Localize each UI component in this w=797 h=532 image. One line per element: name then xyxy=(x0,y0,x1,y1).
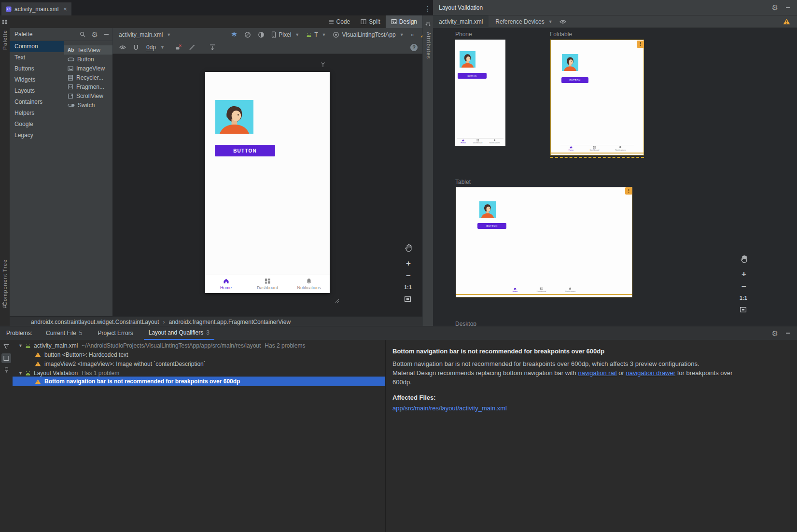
attributes-stripe-icon[interactable] xyxy=(425,21,433,27)
toolbar-overflow-icon[interactable]: » xyxy=(411,31,414,38)
more-options-icon[interactable]: ⋮ xyxy=(424,5,431,13)
material-button[interactable]: BUTTON xyxy=(215,145,275,156)
editor-tab[interactable]: activity_main.xml × xyxy=(1,2,71,15)
pan-hand-icon[interactable] xyxy=(405,244,413,252)
layers-icon[interactable] xyxy=(231,32,238,38)
component-tree-stripe-icon[interactable] xyxy=(2,303,7,308)
view-options-icon[interactable] xyxy=(119,45,126,50)
tree-row-content-description[interactable]: imageView2 <ImageView>: Image without `c… xyxy=(13,359,385,368)
tree-row-file[interactable]: ▼ activity_main.xml ~/AndroidStudioProje… xyxy=(13,341,385,350)
phone-preview-canvas[interactable]: BUTTON Home Dashboard Notifications xyxy=(205,72,330,293)
preview-pane-toggle-icon[interactable] xyxy=(1,353,11,363)
palette-category-containers[interactable]: Containers xyxy=(10,97,64,108)
palette-category-widgets[interactable]: Widgets xyxy=(10,74,64,85)
device-dropdown[interactable]: Pixel▼ xyxy=(271,31,299,38)
chevron-down-icon[interactable]: ▼ xyxy=(18,371,23,376)
validation-pan-hand-icon[interactable] xyxy=(740,255,748,263)
affected-file-link[interactable]: app/src/main/res/layout/activity_main.xm… xyxy=(392,405,507,412)
tab-project-errors[interactable]: Project Errors xyxy=(93,326,138,340)
reference-devices-dropdown[interactable]: Reference Devices▼ xyxy=(495,18,552,25)
palette-item-button[interactable]: Button xyxy=(64,55,112,64)
breadcrumb-item-constraintlayout[interactable]: androidx.constraintlayout.widget.Constra… xyxy=(31,319,159,325)
tab-layout-and-qualifiers[interactable]: Layout and Qualifiers 3 xyxy=(144,326,214,340)
gear-icon[interactable]: ⚙ xyxy=(772,4,778,11)
palette-minimize-icon[interactable] xyxy=(104,34,109,35)
breadcrumb-item-fragmentcontainer[interactable]: androidx.fragment.app.FragmentContainerV… xyxy=(169,319,291,325)
api-level-dropdown[interactable]: T▼ xyxy=(306,31,326,38)
default-margin-dropdown[interactable]: 0dp▼ xyxy=(146,44,165,51)
palette-category-legacy[interactable]: Legacy xyxy=(10,130,64,141)
mode-split-button[interactable]: Split xyxy=(355,15,385,28)
lightbulb-icon[interactable] xyxy=(1,365,11,375)
autoconnect-magnet-icon[interactable] xyxy=(133,44,139,51)
device-pin-icon[interactable] xyxy=(320,62,326,68)
validation-warning-icon[interactable] xyxy=(783,18,797,25)
zoom-in-button[interactable]: + xyxy=(406,259,411,268)
zoom-to-fit-icon[interactable] xyxy=(404,295,411,303)
mode-code-button[interactable]: Code xyxy=(323,15,356,28)
validation-zoom-out-button[interactable]: − xyxy=(741,282,746,292)
chevron-down-icon[interactable]: ▼ xyxy=(18,343,23,348)
tree-row-hardcoded-text[interactable]: button <Button>: Hardcoded text xyxy=(13,350,385,359)
preview-tablet[interactable]: BUTTON Home Dashboard Notifications xyxy=(456,187,632,297)
palette-item-recyclerview[interactable]: Recycler... xyxy=(64,73,112,82)
preview-phone[interactable]: BUTTON Home Dashboard Notifications xyxy=(455,40,505,146)
close-icon[interactable]: × xyxy=(63,5,67,13)
palette-category-common[interactable]: Common xyxy=(10,41,64,52)
validation-zoom-in-button[interactable]: + xyxy=(741,269,746,279)
design-surface[interactable]: BUTTON Home Dashboard Notifications xyxy=(112,54,422,316)
tree-row-bottom-nav-selected[interactable]: Bottom navigation bar is not recommended… xyxy=(13,377,385,386)
validation-zoom-ratio-button[interactable]: 1:1 xyxy=(740,295,747,301)
nav-notifications[interactable]: Notifications xyxy=(288,275,330,293)
filter-icon[interactable] xyxy=(1,342,11,351)
resize-handle[interactable] xyxy=(334,297,340,303)
chevron-down-icon: ▼ xyxy=(295,32,299,37)
theme-dropdown[interactable]: VisualLintingTestApp▼ xyxy=(333,31,404,38)
search-icon[interactable] xyxy=(80,31,85,37)
clear-constraints-icon[interactable] xyxy=(175,44,182,51)
palette-category-text[interactable]: Text xyxy=(10,52,64,63)
mode-design-button[interactable]: Design xyxy=(386,15,422,28)
palette-category-buttons[interactable]: Buttons xyxy=(10,63,64,74)
minimize-icon[interactable] xyxy=(786,7,790,8)
night-mode-icon[interactable] xyxy=(258,31,265,38)
nav-notifications-label: Notifications xyxy=(297,285,321,290)
infer-constraints-wand-icon[interactable] xyxy=(189,44,196,51)
preview-foldable[interactable]: BUTTON Home Dashboard Notifications xyxy=(550,40,644,155)
validation-view-options-icon[interactable] xyxy=(559,19,566,24)
tablet-warning-badge[interactable]: ! xyxy=(625,187,632,195)
problems-minimize-icon[interactable] xyxy=(786,333,790,334)
palette-category-helpers[interactable]: Helpers xyxy=(10,108,64,119)
foldable-warning-badge[interactable]: ! xyxy=(637,41,644,48)
problems-settings-icon[interactable]: ⚙ xyxy=(772,330,778,337)
attributes-stripe-label[interactable]: Attributes xyxy=(426,32,432,59)
imageview-avatar[interactable] xyxy=(215,100,253,134)
component-tree-stripe-label[interactable]: Component Tree xyxy=(2,259,8,306)
palette-category-google[interactable]: Google xyxy=(10,119,64,130)
palette-category-layouts[interactable]: Layouts xyxy=(10,85,64,97)
validation-zoom-to-fit-icon[interactable] xyxy=(740,306,747,313)
palette-item-fragmentcontainer[interactable]: Fragmen... xyxy=(64,82,112,91)
navigation-rail-link[interactable]: navigation rail xyxy=(578,369,616,377)
blueprint-toggle-icon[interactable] xyxy=(244,31,251,38)
file-dropdown[interactable]: activity_main.xml▼ xyxy=(119,31,171,38)
validation-tab[interactable]: activity_main.xml xyxy=(433,15,489,28)
zoom-ratio-button[interactable]: 1:1 xyxy=(404,284,412,290)
bottom-navigation[interactable]: Home Dashboard Notifications xyxy=(205,275,330,293)
palette-item-imageview[interactable]: ImageView xyxy=(64,64,112,73)
pack-align-icon[interactable] xyxy=(209,44,216,51)
help-icon[interactable]: ? xyxy=(410,44,418,51)
tab-current-file[interactable]: Current File 5 xyxy=(41,326,87,340)
palette-item-textview[interactable]: Ab TextView xyxy=(64,45,112,55)
palette-item-scrollview[interactable]: ScrollView xyxy=(64,91,112,100)
nav-home[interactable]: Home xyxy=(205,275,247,293)
palette-item-switch[interactable]: Switch xyxy=(64,100,112,110)
nav-dashboard[interactable]: Dashboard xyxy=(247,275,288,293)
palette-settings-icon[interactable]: ⚙ xyxy=(92,31,98,38)
detail-body-prefix: Material Design recommends replacing bot… xyxy=(392,369,578,377)
problems-panel: Problems: Current File 5 Project Errors … xyxy=(0,326,797,532)
navigation-drawer-link[interactable]: navigation drawer xyxy=(626,369,675,377)
zoom-out-button[interactable]: − xyxy=(406,271,411,281)
palette-stripe-icon[interactable] xyxy=(2,19,10,25)
palette-stripe-label[interactable]: Palette xyxy=(2,30,8,50)
